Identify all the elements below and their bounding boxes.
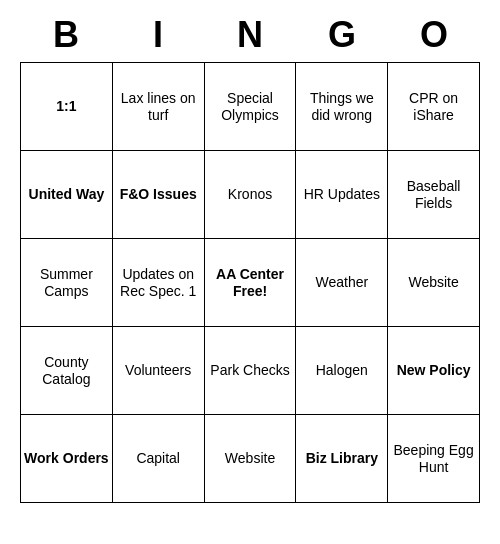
bingo-cell: County Catalog [21, 327, 113, 415]
bingo-cell: Beeping Egg Hunt [388, 415, 480, 503]
bingo-cell: Halogen [296, 327, 388, 415]
bingo-cell: Baseball Fields [388, 151, 480, 239]
bingo-cell: Lax lines on turf [112, 63, 204, 151]
bingo-cell: New Policy [388, 327, 480, 415]
bingo-cell: United Way [21, 151, 113, 239]
bingo-cell: Special Olympics [204, 63, 296, 151]
bingo-cell: Volunteers [112, 327, 204, 415]
bingo-grid: 1:1Lax lines on turfSpecial OlympicsThin… [20, 62, 480, 503]
bingo-cell: Biz Library [296, 415, 388, 503]
table-row: United WayF&O IssuesKronosHR UpdatesBase… [21, 151, 480, 239]
bingo-cell: HR Updates [296, 151, 388, 239]
header-letter: N [204, 10, 296, 60]
header-letter: I [112, 10, 204, 60]
bingo-cell: F&O Issues [112, 151, 204, 239]
header-letter: G [296, 10, 388, 60]
bingo-cell: Weather [296, 239, 388, 327]
bingo-cell: CPR on iShare [388, 63, 480, 151]
table-row: Work OrdersCapitalWebsiteBiz LibraryBeep… [21, 415, 480, 503]
bingo-cell: Things we did wrong [296, 63, 388, 151]
header-letter: O [388, 10, 480, 60]
table-row: Summer CampsUpdates on Rec Spec. 1AA Cen… [21, 239, 480, 327]
bingo-cell: Website [204, 415, 296, 503]
bingo-cell: Updates on Rec Spec. 1 [112, 239, 204, 327]
bingo-cell: Capital [112, 415, 204, 503]
bingo-cell: AA Center Free! [204, 239, 296, 327]
table-row: County CatalogVolunteersPark ChecksHalog… [21, 327, 480, 415]
bingo-cell: Kronos [204, 151, 296, 239]
table-row: 1:1Lax lines on turfSpecial OlympicsThin… [21, 63, 480, 151]
bingo-header: BINGO [20, 10, 480, 60]
bingo-cell: Summer Camps [21, 239, 113, 327]
bingo-cell: Website [388, 239, 480, 327]
bingo-cell: 1:1 [21, 63, 113, 151]
bingo-cell: Work Orders [21, 415, 113, 503]
header-letter: B [20, 10, 112, 60]
bingo-cell: Park Checks [204, 327, 296, 415]
